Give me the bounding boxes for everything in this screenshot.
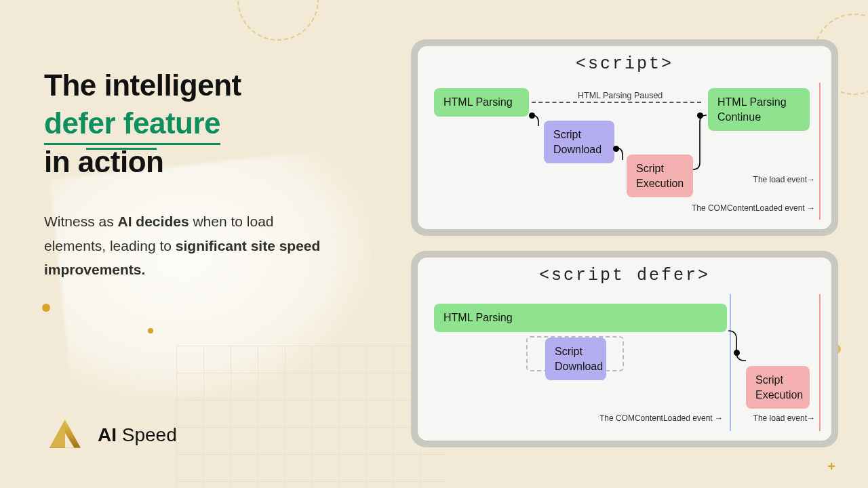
svg-marker-1 [50,420,65,448]
box-html-parsing: HTML Parsing [434,304,727,332]
box-script-execution: Script Execution [746,366,810,409]
bg-dashed-arc [237,0,319,41]
diagram-title: <script defer> [418,266,831,285]
bg-grid [176,346,448,488]
connector-dot [697,113,703,119]
diagram-script-defer: <script defer> HTML Parsing Script Downl… [411,251,838,447]
plus-icon: + [827,459,835,474]
diagram-title: <script> [418,54,831,74]
description: Witness as AI decides when to load eleme… [44,209,336,282]
load-event-label: The load event→ [753,413,815,423]
headline-highlight: defer feature [44,104,220,142]
box-html-parsing: HTML Parsing [434,88,529,117]
connector-dot [734,350,740,356]
dcl-event-label: The COMContentLoaded event → [599,413,723,423]
page-title: The intelligent defer feature in action [44,66,363,181]
bg-dot [148,328,153,333]
box-script-download: Script Download [544,121,614,163]
brand-name: AI Speed [98,424,177,446]
brand-logo-icon [47,418,83,453]
paused-dashed-line [532,102,701,103]
connector-dot [529,113,535,119]
connector-dot [613,146,619,152]
paused-label: HTML Parsing Paused [578,91,663,100]
box-script-execution: Script Execution [627,155,693,197]
diagram-script-normal: <script> HTML Parsing HTML Parsing Pause… [411,39,838,236]
headline-line3: in action [44,145,163,178]
dcl-event-label: The COMContentLoaded event → [692,203,815,213]
load-event-line [819,83,821,220]
bg-dot [42,304,50,312]
headline-line1: The intelligent [44,68,241,102]
box-script-download: Script Download [545,338,606,380]
dcl-event-line [730,294,731,431]
box-html-parsing-continue: HTML Parsing Continue [708,88,810,131]
brand: AI Speed [47,418,177,453]
headline-block: The intelligent defer feature in action … [44,66,363,282]
load-event-label: The load event→ [753,175,815,184]
load-event-line [819,294,821,431]
